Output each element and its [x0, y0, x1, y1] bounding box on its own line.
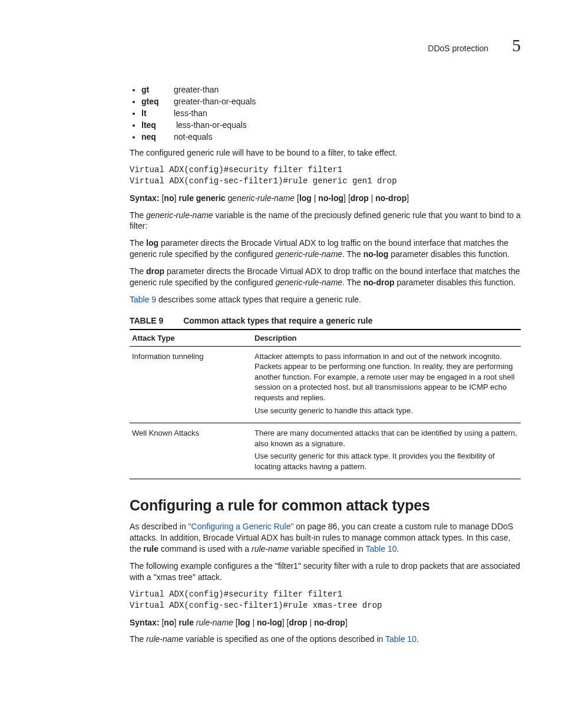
text: . [396, 544, 399, 554]
var-rule-name: rule-name [146, 634, 183, 644]
syntax-line: Syntax: [no] rule generic generic-rule-n… [130, 193, 521, 204]
link-configuring-generic-rule[interactable]: "Configuring a Generic Rule" [189, 522, 294, 531]
var-rule-name: rule-name [196, 618, 233, 627]
paragraph: Table 9 describes some attack types that… [130, 294, 521, 305]
text: variable is specified as one of the opti… [183, 634, 385, 644]
link-table10[interactable]: Table 10 [366, 544, 397, 554]
link-table10[interactable]: Table 10 [385, 634, 416, 644]
list-item: ltless-than [141, 108, 521, 118]
syntax-line: Syntax: [no] rule rule-name [log | no-lo… [130, 617, 521, 628]
kw-log: log [299, 193, 312, 203]
kw-nodrop: no-drop [363, 278, 395, 287]
th-description: Description [252, 330, 521, 347]
paragraph: The following example configures a the "… [130, 561, 521, 583]
kw-nodrop: no-drop [314, 618, 345, 627]
text: The [130, 238, 146, 248]
paragraph: The drop parameter directs the Brocade V… [130, 266, 521, 288]
table-header-row: Attack Type Description [130, 330, 521, 347]
table-row: Information tunneling Attacker attempts … [130, 346, 521, 423]
code-block: Virtual ADX(config)#security filter filt… [130, 589, 521, 611]
bracket: ] [282, 618, 287, 627]
kw-rule-generic: rule generic [178, 193, 225, 203]
op-desc: greater-than-or-equals [174, 97, 256, 106]
pipe: | [250, 618, 257, 627]
runhead-title: DDoS protection [428, 44, 488, 53]
text: . The [342, 249, 363, 259]
link-table9[interactable]: Table 9 [130, 295, 156, 304]
op-term: lteq [141, 120, 174, 130]
operator-list: gtgreater-than gteqgreater-than-or-equal… [130, 85, 521, 141]
section-heading: Configuring a rule for common attack typ… [130, 497, 521, 514]
paragraph: The generic-rule-name variable is the na… [130, 210, 521, 232]
paragraph: The configured generic rule will have to… [130, 147, 521, 159]
text: Use security generic for this attack typ… [254, 451, 518, 472]
text: command is used with a [158, 544, 252, 554]
text: parameter disables this function. [388, 249, 509, 259]
paragraph: The log parameter directs the Brocade Vi… [130, 238, 521, 260]
var-generic-rule-name: generic-rule-name [275, 278, 342, 287]
kw-drop: drop [289, 618, 308, 627]
running-header: DDoS protection 5 [53, 35, 521, 55]
pipe: | [369, 193, 375, 203]
table-row: Well Known Attacks There are many docume… [130, 423, 521, 479]
text: describes some attack types that require… [156, 295, 361, 304]
list-item: gtgreater-than [141, 85, 521, 94]
kw-rule: rule [178, 618, 194, 627]
list-item: neqnot-equals [141, 132, 521, 141]
kw-log: log [146, 238, 158, 248]
text: . [416, 634, 419, 644]
text: There are many documented attacks that c… [254, 428, 518, 449]
cell-description: Attacker attempts to pass information in… [252, 346, 521, 423]
th-attack-type: Attack Type [130, 330, 252, 347]
pipe: | [308, 618, 314, 627]
chapter-number: 5 [512, 35, 521, 55]
kw-nodrop: no-drop [375, 193, 406, 203]
table-caption: TABLE 9 Common attack types that require… [130, 316, 521, 325]
text: variable specified in [289, 544, 365, 554]
cell-attack-type: Well Known Attacks [130, 423, 252, 479]
op-desc: less-than [174, 108, 207, 118]
var-generic-rule-name: eneric-rule-name [232, 193, 295, 203]
bracket: ] [343, 193, 348, 203]
text: The [130, 210, 146, 220]
kw-rule: rule [143, 544, 158, 554]
op-term: lt [141, 108, 174, 118]
op-term: neq [141, 132, 174, 141]
text: Use security generic to handle this atta… [254, 406, 518, 416]
op-term: gteq [141, 97, 174, 106]
kw-nolog: no-log [318, 193, 343, 203]
list-item: gteqgreater-than-or-equals [141, 97, 521, 106]
pipe: | [312, 193, 318, 203]
text: Attacker attempts to pass information in… [254, 351, 518, 403]
text: As described in [130, 522, 189, 531]
cell-attack-type: Information tunneling [130, 346, 252, 423]
table-label: TABLE 9 [130, 316, 163, 325]
text: g [226, 193, 233, 203]
kw-log: log [238, 618, 250, 627]
var-generic-rule-name: generic-rule-name [146, 210, 213, 220]
table-title: Common attack types that require a gener… [183, 316, 372, 325]
kw-drop: drop [351, 193, 369, 203]
op-desc: less-than-or-equals [174, 120, 247, 130]
paragraph: The rule-name variable is specified as o… [130, 634, 521, 645]
syntax-label: Syntax: [130, 618, 161, 627]
text: . The [342, 278, 363, 287]
attack-table: Attack Type Description Information tunn… [130, 329, 521, 479]
paragraph: As described in "Configuring a Generic R… [130, 521, 521, 555]
list-item: lteq less-than-or-equals [141, 120, 521, 130]
kw-drop: drop [146, 266, 164, 276]
op-desc: greater-than [174, 85, 219, 94]
bracket: ] [345, 618, 348, 627]
syntax-label: Syntax: [130, 193, 161, 203]
op-desc: not-equals [174, 132, 212, 141]
var-generic-rule-name: generic-rule-name [275, 249, 342, 259]
text: The [130, 266, 146, 276]
var-rule-name: rule-name [252, 544, 289, 554]
kw-no: no [164, 618, 174, 627]
cell-description: There are many documented attacks that c… [252, 423, 521, 479]
kw-nolog: no-log [257, 618, 282, 627]
text: parameter disables this function. [395, 278, 515, 287]
kw-nolog: no-log [363, 249, 389, 259]
content: gtgreater-than gteqgreater-than-or-equal… [130, 85, 521, 645]
page: DDoS protection 5 gtgreater-than gteqgre… [0, 0, 562, 686]
